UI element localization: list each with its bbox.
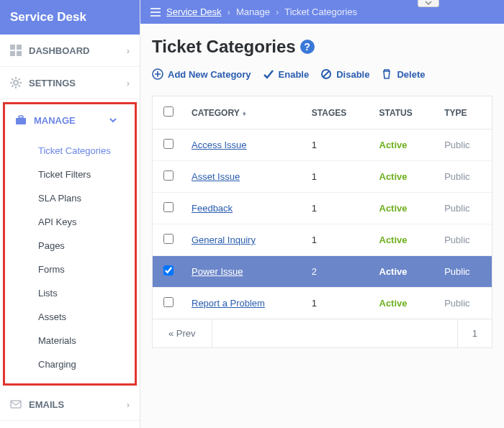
disable-button[interactable]: Disable [320,68,369,80]
disable-icon [320,68,332,80]
cell-stages: 1 [305,129,372,161]
check-icon [263,68,274,80]
row-checkbox[interactable] [163,170,174,181]
svg-rect-0 [10,45,15,50]
pager-page[interactable]: 1 [457,319,492,347]
cell-type: Public [437,129,492,161]
svg-rect-7 [11,401,21,408]
dropdown-toggle[interactable] [418,0,439,7]
chevron-down-icon [109,116,117,124]
subnav-item[interactable]: API Keys [38,210,135,234]
nav-settings[interactable]: SETTINGS › [0,67,140,99]
delete-button[interactable]: Delete [381,68,425,80]
brand-title: Service Desk [0,0,140,35]
table-row[interactable]: Report a Problem1ActivePublic [153,288,492,319]
manage-highlight-box: MANAGE Ticket CategoriesTicket FiltersSL… [3,102,137,386]
nav-manage-label: MANAGE [34,115,76,126]
row-checkbox[interactable] [163,234,174,244]
nav-timesheets[interactable]: TIME SHEETS › [0,421,140,428]
cell-type: Public [437,256,492,288]
row-checkbox[interactable] [163,265,174,276]
chevron-right-icon: › [127,78,130,88]
status-badge: Active [379,235,408,245]
category-link[interactable]: Asset Issue [192,171,240,182]
enable-label: Enable [279,69,310,80]
table-row[interactable]: Asset Issue1ActivePublic [153,161,492,193]
breadcrumb-root[interactable]: Service Desk [166,6,222,17]
subnav-item[interactable]: Assets [38,305,135,329]
cell-stages: 2 [305,256,372,288]
cell-type: Public [437,288,492,319]
table-row[interactable]: Access Issue1ActivePublic [153,129,492,161]
menu-icon[interactable] [150,8,161,17]
select-all-checkbox[interactable] [163,106,174,117]
chevron-right-icon: › [127,399,130,410]
subnav-item[interactable]: Ticket Categories [38,139,135,163]
svg-rect-6 [19,116,23,118]
category-link[interactable]: General Inquiry [192,235,256,245]
nav-emails-label: EMAILS [29,399,64,410]
cell-stages: 1 [305,288,372,319]
row-checkbox[interactable] [163,202,174,212]
categories-table: CATEGORY♦ STAGES STATUS TYPE Access Issu… [153,96,492,319]
svg-rect-5 [16,118,26,124]
status-badge: Active [379,266,408,277]
row-checkbox[interactable] [163,297,174,307]
delete-label: Delete [397,69,425,80]
nav-dashboard[interactable]: DASHBOARD › [0,35,140,67]
cell-type: Public [437,161,492,193]
category-link[interactable]: Power Issue [192,266,243,277]
cell-stages: 1 [305,224,372,256]
breadcrumb-mid: Manage [236,6,270,17]
trash-icon [381,68,392,80]
subnav-item[interactable]: Forms [38,258,135,281]
subnav-item[interactable]: Pages [38,234,135,258]
category-link[interactable]: Access Issue [192,140,247,150]
breadcrumb-leaf: Ticket Categories [284,6,357,17]
subnav-item[interactable]: Charging [38,352,135,376]
nav-emails[interactable]: EMAILS › [0,388,140,421]
category-link[interactable]: Feedback [192,203,233,214]
col-category[interactable]: CATEGORY♦ [184,96,305,129]
col-status[interactable]: STATUS [372,96,438,129]
col-category-label: CATEGORY [192,108,240,118]
subnav-item[interactable]: SLA Plans [38,186,135,210]
pager: « Prev 1 [153,319,492,347]
cell-type: Public [437,193,492,224]
nav-settings-label: SETTINGS [29,78,76,88]
page-title: Ticket Categories [152,37,296,57]
breadcrumb-sep: › [276,6,279,17]
nav-manage[interactable]: MANAGE [5,104,135,136]
pager-prev[interactable]: « Prev [153,319,212,347]
chevron-right-icon: › [127,45,130,56]
svg-rect-3 [17,51,22,56]
col-type[interactable]: TYPE [437,96,492,129]
status-badge: Active [379,140,408,150]
cell-stages: 1 [305,161,372,193]
nav-dashboard-label: DASHBOARD [29,45,90,56]
add-category-label: Add New Category [168,69,251,80]
table-row[interactable]: General Inquiry1ActivePublic [153,224,492,256]
cell-type: Public [437,224,492,256]
col-stages[interactable]: STAGES [305,96,372,129]
subnav-item[interactable]: Ticket Filters [38,163,135,186]
dashboard-icon [10,45,22,56]
status-badge: Active [379,298,408,309]
status-badge: Active [379,203,408,214]
breadcrumb: Service Desk › Manage › Ticket Categorie… [140,0,504,24]
status-badge: Active [379,171,408,182]
svg-rect-2 [10,51,15,56]
table-row[interactable]: Power Issue2ActivePublic [153,256,492,288]
sort-icon: ♦ [243,109,246,117]
table-row[interactable]: Feedback1ActivePublic [153,193,492,224]
plus-circle-icon [152,68,163,80]
subnav-item[interactable]: Lists [38,281,135,305]
subnav-item[interactable]: Materials [38,329,135,352]
row-checkbox[interactable] [163,139,174,149]
help-icon[interactable]: ? [300,40,315,54]
add-category-button[interactable]: Add New Category [152,68,251,80]
cell-stages: 1 [305,193,372,224]
chevron-down-icon [425,1,432,5]
enable-button[interactable]: Enable [263,68,310,80]
category-link[interactable]: Report a Problem [192,298,265,309]
